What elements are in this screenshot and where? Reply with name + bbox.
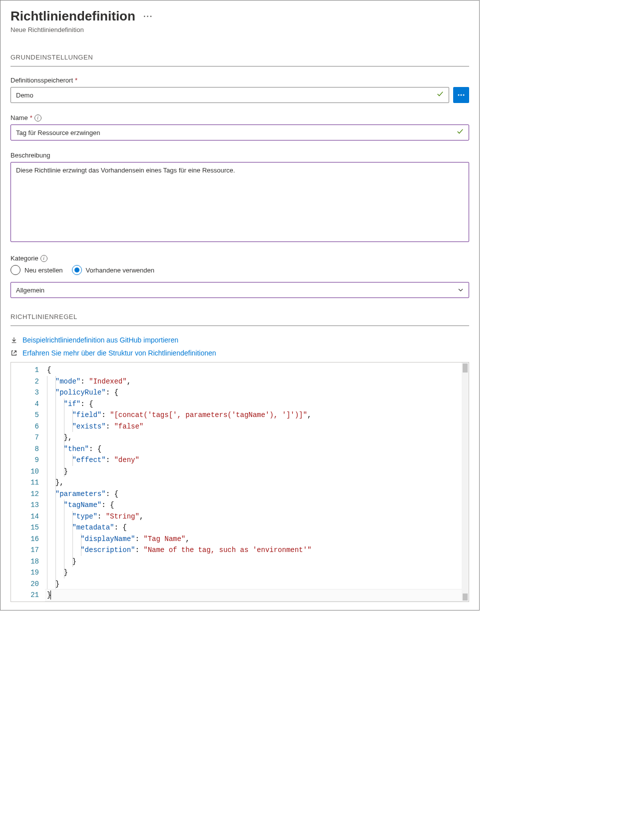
- import-github-link[interactable]: Beispielrichtliniendefinition aus GitHub…: [22, 336, 178, 344]
- category-select[interactable]: Allgemein: [10, 282, 469, 298]
- more-actions-icon[interactable]: ···: [143, 12, 153, 21]
- divider: [10, 326, 469, 326]
- scroll-thumb[interactable]: [463, 594, 468, 600]
- name-value: Tag für Ressource erzwingen: [16, 129, 100, 136]
- page-subtitle: Neue Richtliniendefinition: [10, 26, 469, 34]
- name-label: Name* i: [10, 114, 469, 122]
- required-asterisk: *: [30, 114, 32, 122]
- radio-create-new[interactable]: Neu erstellen: [10, 265, 63, 275]
- section-rule: RICHTLINIENREGEL: [10, 313, 469, 320]
- learn-link-row: Erfahren Sie mehr über die Struktur von …: [10, 349, 469, 357]
- scroll-thumb[interactable]: [463, 364, 468, 372]
- chevron-down-icon: [458, 287, 464, 293]
- learn-more-link[interactable]: Erfahren Sie mehr über die Struktur von …: [22, 349, 216, 357]
- description-textarea[interactable]: [10, 162, 469, 242]
- name-input[interactable]: Tag für Ressource erzwingen: [10, 124, 469, 140]
- external-link-icon: [10, 350, 18, 356]
- divider: [10, 66, 469, 66]
- info-icon[interactable]: i: [40, 255, 47, 262]
- page-title: Richtliniendefinition ···: [10, 8, 469, 24]
- svg-point-1: [461, 94, 462, 96]
- browse-location-button[interactable]: [453, 87, 469, 103]
- svg-point-2: [463, 94, 465, 96]
- line-number-gutter: 123456789101112131415161718192021: [11, 362, 45, 602]
- code-body[interactable]: { "mode": "Indexed", "policyRule": { "if…: [45, 362, 462, 602]
- download-icon: [10, 336, 18, 344]
- required-asterisk: *: [75, 76, 77, 84]
- radio-label: Vorhandene verwenden: [86, 266, 154, 274]
- title-text: Richtliniendefinition: [10, 8, 135, 24]
- check-icon: [437, 90, 444, 100]
- policy-json-editor[interactable]: 123456789101112131415161718192021 { "mod…: [10, 362, 469, 602]
- section-basics: GRUNDEINSTELLUNGEN: [10, 54, 469, 61]
- location-label: Definitionsspeicherort*: [10, 76, 469, 84]
- radio-icon: [10, 265, 20, 275]
- vertical-scrollbar[interactable]: [462, 362, 469, 602]
- category-label: Kategorie i: [10, 254, 469, 262]
- description-label: Beschreibung: [10, 152, 469, 159]
- radio-icon-selected: [72, 265, 82, 275]
- check-icon: [457, 128, 464, 137]
- radio-use-existing[interactable]: Vorhandene verwenden: [72, 265, 154, 275]
- info-icon[interactable]: i: [34, 114, 41, 122]
- location-input[interactable]: Demo: [10, 87, 449, 103]
- category-value: Allgemein: [16, 286, 44, 294]
- location-value: Demo: [16, 92, 33, 99]
- radio-label: Neu erstellen: [24, 266, 63, 274]
- category-radio-group: Neu erstellen Vorhandene verwenden: [10, 265, 469, 275]
- svg-point-0: [458, 94, 460, 96]
- import-link-row: Beispielrichtliniendefinition aus GitHub…: [10, 336, 469, 344]
